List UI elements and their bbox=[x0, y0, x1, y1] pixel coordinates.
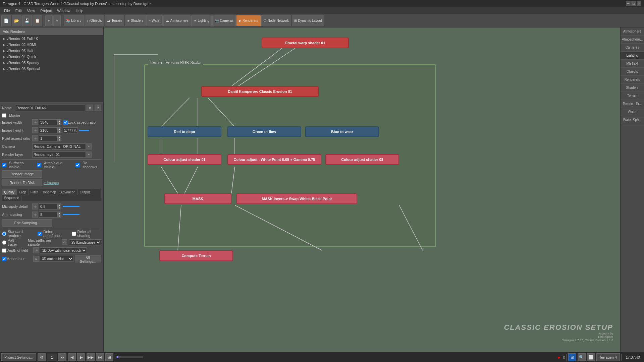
play-forward-button[interactable]: ▶▶ bbox=[87, 353, 95, 361]
micropoly-link-btn[interactable]: ⎋ bbox=[32, 203, 38, 209]
node-colour-adj-01[interactable]: Colour adjust shader 01 bbox=[148, 154, 221, 165]
menu-help[interactable]: Help bbox=[73, 8, 86, 13]
pixel-aspect-link-btn[interactable]: ⎋ bbox=[32, 135, 38, 141]
side-nav-objects[interactable]: Objects bbox=[621, 68, 644, 76]
image-width-up[interactable]: ▲ bbox=[57, 119, 61, 122]
antialiasing-up[interactable]: ▲ bbox=[57, 212, 61, 215]
quality-tab[interactable]: Quality bbox=[2, 189, 17, 195]
renderer-item-6[interactable]: ▶ /Render 06 Sperical bbox=[0, 66, 103, 72]
maximize-button[interactable]: □ bbox=[631, 1, 636, 6]
minimize-button[interactable]: ─ bbox=[626, 1, 631, 6]
pixel-aspect-down[interactable]: ▼ bbox=[57, 138, 61, 141]
add-renderer-button[interactable]: Add Renderer bbox=[0, 27, 103, 36]
menu-project[interactable]: Project bbox=[38, 8, 54, 13]
antialiasing-link-btn[interactable]: ⎋ bbox=[32, 212, 38, 218]
micropoly-input[interactable] bbox=[39, 203, 57, 209]
side-nav-water-sph[interactable]: Water Sph... bbox=[621, 116, 644, 124]
renderer-item-3[interactable]: ▶ /Render 03 Half bbox=[0, 48, 103, 54]
atmo-cloud-checkbox[interactable] bbox=[37, 163, 41, 167]
windows-icon[interactable]: ⊞ bbox=[568, 353, 576, 361]
image-height-link-btn[interactable]: ⎋ bbox=[32, 127, 38, 133]
cameras-tab-btn[interactable]: 📷 Cameras bbox=[212, 15, 236, 26]
close-button[interactable]: ✕ bbox=[637, 1, 641, 6]
master-checkbox[interactable] bbox=[2, 113, 6, 118]
render-layer-add-btn[interactable]: + bbox=[86, 152, 92, 158]
defer-shading-checkbox[interactable] bbox=[72, 232, 76, 236]
pixel-aspect-input[interactable] bbox=[39, 135, 57, 141]
open-button[interactable]: 📂 bbox=[12, 15, 21, 26]
taskview-icon[interactable]: ⬜ bbox=[587, 353, 595, 361]
frame-input[interactable] bbox=[47, 354, 57, 361]
help-button[interactable]: ? bbox=[95, 105, 101, 111]
library-tab-btn[interactable]: 📚 Library bbox=[64, 15, 84, 26]
dof-dropdown[interactable]: 3D DoF with noise reduction bbox=[40, 247, 87, 253]
side-nav-terrain[interactable]: Terrain bbox=[621, 92, 644, 100]
menu-file[interactable]: File bbox=[1, 8, 13, 13]
node-colour-adj-03[interactable]: Colour adjust shader 03 bbox=[325, 154, 399, 165]
new-button[interactable]: 📄 bbox=[1, 15, 11, 26]
renderer-item-2[interactable]: ▶ /Render 02 HDMI bbox=[0, 42, 103, 48]
gi-settings-button[interactable]: GI Settings... bbox=[75, 255, 101, 262]
lighting-tab-btn[interactable]: ☀ Lighting bbox=[191, 15, 212, 26]
sequence-tab[interactable]: Sequence bbox=[2, 195, 21, 201]
name-input[interactable] bbox=[15, 105, 85, 111]
save-as-button[interactable]: 📋 bbox=[33, 15, 42, 26]
aspect-ratio-input[interactable] bbox=[63, 127, 78, 133]
tonemap-tab[interactable]: Tonemap bbox=[40, 189, 58, 195]
node-colour-adj-02[interactable]: Colour adjust - White Point 0.05 + Gamma… bbox=[227, 154, 321, 165]
side-nav-cameras[interactable]: Cameras bbox=[621, 44, 644, 52]
micropoly-down[interactable]: ▼ bbox=[57, 206, 61, 209]
image-height-down[interactable]: ▼ bbox=[57, 130, 61, 133]
taskbar-settings-icon[interactable]: ⚙ bbox=[38, 353, 46, 361]
image-height-input[interactable] bbox=[39, 127, 57, 133]
node-green-to-flow[interactable]: Green to flow bbox=[227, 126, 301, 137]
renderer-item-4[interactable]: ▶ /Render 04 Quick bbox=[0, 54, 103, 60]
edit-sampling-button[interactable]: Edit Sampling... bbox=[2, 219, 52, 227]
motion-blur-checkbox[interactable] bbox=[2, 257, 6, 261]
defer-atmo-checkbox[interactable] bbox=[38, 232, 42, 236]
do-shadows-checkbox[interactable] bbox=[75, 163, 80, 167]
node-fractal-warp[interactable]: Fractal warp shader 01 bbox=[262, 38, 349, 48]
standard-renderer-radio[interactable] bbox=[2, 232, 6, 236]
water-tab-btn[interactable]: ~ Water bbox=[146, 15, 163, 26]
node-red-to-depo[interactable]: Red to depo bbox=[148, 126, 221, 137]
terrain-tab-btn[interactable]: ⛰ Terrain bbox=[105, 15, 124, 26]
output-tab[interactable]: Output bbox=[78, 189, 92, 195]
settings-button[interactable]: ⚙ bbox=[87, 105, 93, 111]
motion-blur-link-btn[interactable]: ⎋ bbox=[33, 256, 39, 262]
renderers-tab-btn[interactable]: ▶ Renderers bbox=[236, 15, 261, 26]
antialiasing-input[interactable] bbox=[39, 212, 57, 218]
max-paths-link-btn[interactable]: ⎋ bbox=[62, 239, 67, 245]
terragen-taskbar-btn[interactable]: Terragen 4 bbox=[596, 353, 620, 361]
save-button[interactable]: 💾 bbox=[22, 15, 32, 26]
dof-checkbox[interactable] bbox=[2, 248, 6, 253]
camera-add-btn[interactable]: + bbox=[86, 143, 92, 149]
filter-tab[interactable]: Filter bbox=[29, 189, 40, 195]
render-to-disk-button[interactable]: Render To Disk bbox=[2, 179, 42, 186]
side-nav-renderers[interactable]: Renderers bbox=[621, 76, 644, 84]
node-classic-erosion[interactable]: Daniil Kamperov: Classic Erosion 01 bbox=[201, 86, 319, 97]
undo-button[interactable]: ↩ bbox=[45, 15, 53, 26]
image-width-input[interactable] bbox=[39, 119, 57, 125]
images-link[interactable]: > Images bbox=[44, 181, 59, 185]
dof-link-btn[interactable]: ⎋ bbox=[33, 247, 39, 253]
node-compute-terrain[interactable]: Compute Terrain bbox=[159, 250, 233, 261]
node-mask[interactable]: MASK bbox=[164, 193, 231, 204]
menu-edit[interactable]: Edit bbox=[13, 8, 24, 13]
shaders-tab-btn[interactable]: ◈ Shaders bbox=[125, 15, 146, 26]
antialiasing-down[interactable]: ▼ bbox=[57, 215, 61, 218]
side-nav-atmosphere2[interactable]: Atmosphere... bbox=[621, 36, 644, 44]
dynamic-layout-tab-btn[interactable]: ⊞ Dynamic Layout bbox=[292, 15, 324, 26]
taskbar-extra-btn[interactable]: ⊞ bbox=[105, 353, 113, 361]
project-settings-button[interactable]: Project Settings... bbox=[1, 353, 36, 361]
redo-button[interactable]: ↪ bbox=[53, 15, 61, 26]
node-mask-invers[interactable]: MASK Invers-> Swap White+Black Point bbox=[236, 193, 357, 204]
canvas-area[interactable]: Atmosphere Atmosphere... Cameras Lightin… bbox=[104, 27, 644, 352]
max-paths-dropdown[interactable]: 25 (Landscape) bbox=[69, 239, 101, 245]
pixel-aspect-up[interactable]: ▲ bbox=[57, 135, 61, 138]
atmosphere-tab-btn[interactable]: ☁ Atmosphere bbox=[163, 15, 191, 26]
menu-window[interactable]: Window bbox=[55, 8, 73, 13]
side-nav-terrain-er[interactable]: Terrain - Er... bbox=[621, 100, 644, 108]
image-height-up[interactable]: ▲ bbox=[57, 127, 61, 130]
side-nav-shaders[interactable]: Shaders bbox=[621, 84, 644, 92]
